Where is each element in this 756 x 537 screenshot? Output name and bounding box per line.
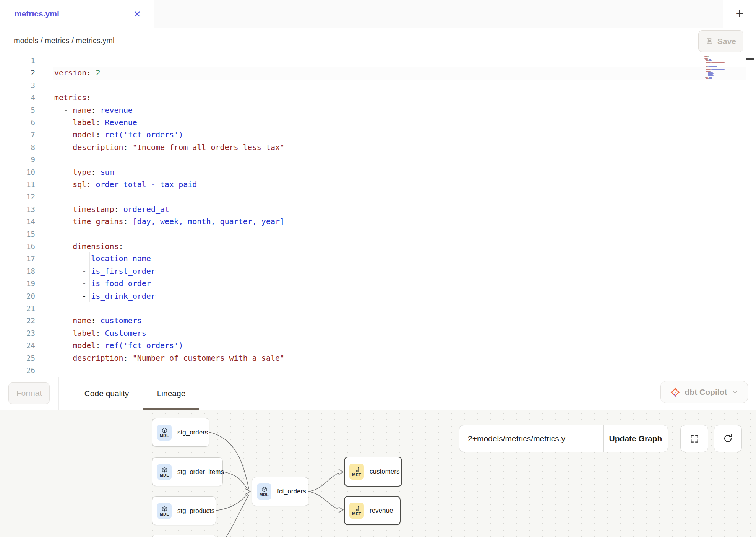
- lineage-node-fct_orders[interactable]: MDLfct_orders: [252, 477, 308, 506]
- lineage-node-stg_products[interactable]: MDLstg_products: [152, 496, 216, 525]
- minimap-line: [708, 80, 709, 80]
- minimap-line: [709, 65, 710, 65]
- tab-lineage[interactable]: Lineage: [152, 377, 190, 410]
- line-number: 1: [0, 54, 35, 67]
- node-label: stg_products: [177, 507, 214, 515]
- node-type-icon: MDL: [157, 464, 172, 480]
- line-number: 9: [0, 153, 35, 166]
- minimap-line: [707, 58, 707, 59]
- save-button-label: Save: [717, 37, 736, 46]
- save-button[interactable]: Save: [698, 30, 743, 52]
- panel-divider: [58, 377, 59, 410]
- minimap-line: [711, 81, 711, 81]
- line-number: 12: [0, 190, 35, 203]
- minimap-line: [706, 81, 711, 81]
- model-cube-icon: [161, 427, 168, 434]
- minimap-line: [708, 60, 709, 61]
- minimap-line: [711, 62, 725, 63]
- line-number: 20: [0, 290, 35, 302]
- line-number: 13: [0, 203, 35, 215]
- minimap[interactable]: [704, 55, 727, 139]
- code-line: - is_first_order: [54, 265, 156, 277]
- minimap-line: [708, 62, 709, 62]
- code-editor[interactable]: 1234567891011121314151617181920212223242…: [0, 54, 756, 377]
- new-tab-icon[interactable]: +: [732, 7, 747, 21]
- tab-metrics-yml[interactable]: metrics.yml ✕: [0, 0, 154, 28]
- dbt-copilot-button[interactable]: dbt Copilot: [660, 381, 748, 403]
- minimap-line: [704, 56, 707, 57]
- node-label: stg_order_items: [177, 468, 224, 476]
- fullscreen-icon: [689, 434, 699, 444]
- line-number: 6: [0, 116, 35, 129]
- minimap-line: [711, 68, 715, 68]
- lineage-node-customers[interactable]: METcustomers: [344, 457, 402, 487]
- line-number: 16: [0, 240, 35, 252]
- update-graph-button[interactable]: Update Graph: [604, 425, 668, 452]
- minimap-line: [710, 68, 710, 68]
- breadcrumb: models / metrics / metrics.yml: [14, 28, 114, 54]
- lineage-filter-input[interactable]: [459, 425, 603, 452]
- minimap-line: [706, 65, 707, 65]
- minimap-line: [706, 77, 707, 78]
- refresh-button[interactable]: [714, 425, 742, 452]
- node-label: customers: [370, 468, 399, 475]
- code-line: metrics:: [54, 91, 91, 104]
- editor-right-gutter-divider: [727, 54, 727, 377]
- node-badge: MET: [352, 473, 361, 477]
- minimap-line: [708, 74, 713, 75]
- model-cube-icon: [261, 486, 268, 493]
- lineage-node-stg_orders[interactable]: MDLstg_orders: [152, 418, 209, 447]
- minimap-line: [706, 62, 708, 62]
- node-badge: MDL: [160, 473, 169, 477]
- tab-bar: metrics.yml ✕ +: [0, 0, 756, 28]
- line-number: 7: [0, 129, 35, 141]
- lineage-node-partial_node[interactable]: [152, 535, 216, 537]
- minimap-line: [707, 72, 707, 73]
- line-number: 10: [0, 166, 35, 178]
- line-number: 22: [0, 314, 35, 327]
- line-number: 3: [0, 79, 35, 91]
- lineage-canvas[interactable]: MDLstg_ordersMDLstg_order_itemsMDLstg_pr…: [0, 410, 756, 537]
- line-number: 25: [0, 352, 35, 364]
- code-line: description: "Number of customers with a…: [54, 352, 284, 364]
- line-number: 8: [0, 141, 35, 153]
- code-line: - name: revenue: [54, 104, 133, 116]
- format-button[interactable]: Format: [8, 382, 50, 404]
- minimap-line: [706, 80, 708, 80]
- node-type-icon: MDL: [257, 483, 271, 500]
- dbt-ide-window: metrics.yml ✕ + models / metrics / metri…: [0, 0, 756, 537]
- line-number: 14: [0, 215, 35, 228]
- minimap-line: [708, 59, 708, 60]
- node-type-icon: MET: [349, 464, 364, 480]
- refresh-icon: [723, 433, 733, 444]
- code-line: - name: customers: [54, 314, 142, 327]
- line-number: 17: [0, 252, 35, 265]
- lineage-node-stg_order_items[interactable]: MDLstg_order_items: [152, 457, 223, 486]
- line-number: 15: [0, 228, 35, 240]
- node-label: fct_orders: [277, 488, 306, 495]
- minimap-line: [711, 81, 725, 81]
- node-badge: MET: [352, 512, 361, 516]
- code-line: dimensions:: [54, 240, 123, 252]
- fullscreen-button[interactable]: [680, 425, 708, 452]
- dbt-logo-icon: [670, 387, 680, 397]
- overview-ruler-cursor-mark: [746, 58, 754, 60]
- minimap-line: [708, 66, 717, 67]
- line-number: 18: [0, 265, 35, 277]
- code-line: - is_drink_order: [54, 290, 156, 302]
- node-type-icon: MET: [349, 503, 364, 519]
- code-line: - location_name: [54, 252, 151, 265]
- tab-code-quality[interactable]: Code quality: [78, 377, 135, 410]
- node-type-icon: MDL: [157, 425, 172, 441]
- minimap-line: [711, 69, 725, 70]
- code-line: model: ref('fct_orders'): [54, 339, 183, 351]
- minimap-line: [706, 71, 710, 72]
- bottom-panel-bar: Format Code quality Lineage dbt Copilot: [0, 377, 756, 410]
- minimap-line: [708, 56, 709, 57]
- code-line: - is_food_order: [54, 277, 151, 290]
- minimap-line: [707, 56, 707, 57]
- code-line: label: Revenue: [54, 116, 137, 129]
- lineage-node-revenue[interactable]: METrevenue: [344, 496, 401, 525]
- minimap-line: [706, 62, 711, 63]
- close-tab-icon[interactable]: ✕: [132, 9, 142, 19]
